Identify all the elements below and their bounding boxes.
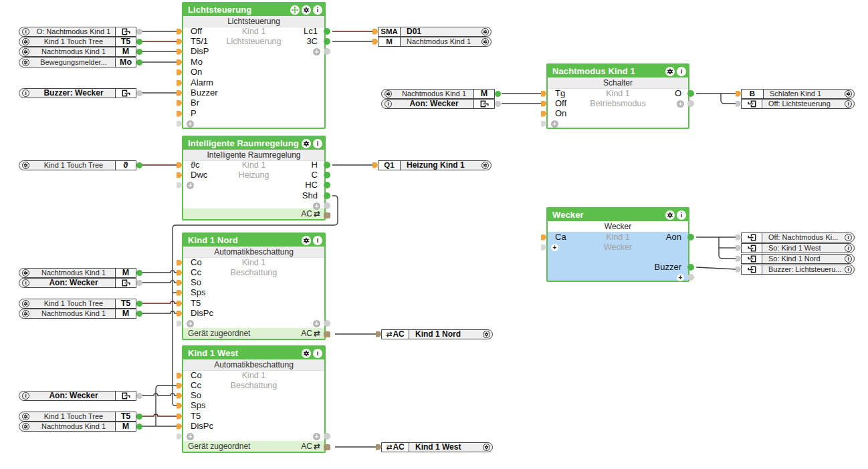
output-connector[interactable]: Buzzer: Lichtsteueru...i [741, 265, 855, 275]
output-port-nub[interactable] [687, 90, 694, 97]
gear-icon[interactable] [481, 38, 489, 45]
input-connector[interactable]: Nachtmodus Kind 1M [19, 309, 136, 319]
gear-icon[interactable] [385, 90, 392, 98]
input-connector[interactable]: iAon: Wecker [19, 391, 136, 401]
connector-nub[interactable] [736, 256, 742, 262]
connector-nub[interactable] [736, 245, 742, 251]
gear-icon[interactable] [481, 162, 489, 169]
gear-icon[interactable] [22, 310, 29, 317]
output-port-nub[interactable] [324, 162, 330, 168]
add-output-button[interactable]: + [313, 202, 320, 210]
ac-connector-nub[interactable] [324, 444, 330, 450]
info-icon[interactable]: i [22, 279, 29, 287]
add-input-button[interactable]: + [551, 244, 558, 251]
connector-nub[interactable] [136, 49, 142, 55]
gear-icon[interactable] [481, 28, 489, 35]
info-icon[interactable]: i [22, 90, 29, 97]
info-icon[interactable]: i [385, 100, 392, 108]
ac-connector-nub[interactable] [324, 331, 330, 337]
add-output-button[interactable]: + [313, 433, 320, 440]
input-connector[interactable]: Nachtmodus Kind 1M [381, 89, 495, 99]
info-icon[interactable]: i [313, 5, 322, 15]
info-icon[interactable]: i [313, 236, 322, 245]
connector-nub[interactable] [136, 39, 142, 45]
output-port-nub[interactable] [687, 100, 694, 107]
output-port-nub[interactable] [687, 234, 694, 241]
add-output-button[interactable]: + [313, 48, 320, 55]
input-connector[interactable]: Bewegungsmelder...Mo [19, 57, 136, 67]
connector-nub[interactable] [136, 301, 142, 307]
add-input-button[interactable]: + [187, 433, 194, 440]
ac-connector-nub[interactable] [324, 212, 330, 218]
output-connector[interactable]: BSchlafen Kind 1 [741, 89, 855, 99]
output-connector[interactable]: Off: Lichtsteuerungi [741, 99, 855, 109]
connector-nub[interactable] [136, 414, 142, 420]
info-icon[interactable]: i [677, 210, 686, 220]
gear-icon[interactable] [22, 38, 29, 45]
output-connector[interactable]: MNachtmodus Kind 1 [378, 37, 492, 47]
output-connector[interactable]: So: Kind 1 Westi [741, 243, 855, 253]
output-connector[interactable]: Off: Nachtmodus Ki...i [741, 232, 855, 243]
info-icon[interactable]: i [845, 255, 852, 263]
output-port-nub[interactable] [324, 48, 330, 55]
connector-nub[interactable] [136, 29, 142, 35]
input-connector[interactable]: Nachtmodus Kind 1M [19, 47, 136, 57]
gear-icon[interactable] [22, 413, 29, 420]
info-icon[interactable]: i [313, 139, 322, 148]
info-icon[interactable]: i [845, 266, 852, 273]
output-port-nub[interactable] [324, 202, 330, 209]
info-icon[interactable]: i [677, 67, 686, 76]
gear-icon[interactable] [22, 162, 29, 169]
gear-icon[interactable] [302, 349, 311, 358]
connector-nub[interactable] [736, 91, 742, 97]
connector-nub[interactable] [736, 101, 742, 107]
gear-icon[interactable] [665, 210, 675, 220]
connector-nub[interactable] [376, 444, 382, 450]
block-kind1west[interactable]: Kind 1 WestiAutomatikbeschattungGerät zu… [182, 345, 326, 453]
add-input-button[interactable]: + [187, 120, 194, 128]
output-port-nub[interactable] [687, 264, 694, 271]
gear-icon[interactable] [302, 139, 311, 148]
input-connector[interactable]: iBuzzer: Wecker [19, 88, 136, 98]
add-output-button[interactable]: + [677, 274, 684, 281]
connector-nub[interactable] [736, 267, 742, 273]
info-icon[interactable]: i [845, 100, 852, 108]
input-connector[interactable]: iO: Nachtmodus Kind 1 [19, 27, 136, 37]
connector-nub[interactable] [495, 91, 501, 97]
connector-nub[interactable] [136, 311, 142, 317]
input-connector[interactable]: Nachtmodus Kind 1M [19, 268, 136, 278]
add-input-button[interactable]: + [187, 182, 194, 189]
output-connector[interactable]: SMAD01 [378, 27, 492, 37]
connector-nub[interactable] [372, 29, 378, 35]
info-icon[interactable]: i [313, 349, 322, 358]
add-input-button[interactable]: + [187, 320, 194, 327]
gear-icon[interactable] [845, 90, 852, 98]
connector-nub[interactable] [136, 280, 142, 286]
connector-nub[interactable] [372, 162, 378, 168]
gear-icon[interactable] [302, 236, 311, 245]
gear-icon[interactable] [483, 331, 490, 338]
connector-nub[interactable] [495, 101, 501, 107]
gear-icon[interactable] [22, 269, 29, 277]
output-port-nub[interactable] [324, 172, 330, 178]
connector-nub[interactable] [136, 162, 142, 168]
output-port-nub[interactable] [687, 274, 694, 281]
info-icon[interactable]: i [845, 245, 852, 252]
connector-nub[interactable] [376, 331, 382, 337]
input-connector[interactable]: Kind 1 Touch TreeT5 [19, 37, 136, 47]
connector-nub[interactable] [136, 90, 142, 96]
output-port-nub[interactable] [324, 38, 330, 45]
move-icon[interactable] [290, 5, 300, 15]
connector-nub[interactable] [136, 424, 142, 430]
output-port-nub[interactable] [324, 320, 330, 327]
gear-icon[interactable] [302, 5, 311, 15]
gear-icon[interactable] [483, 444, 490, 451]
gear-icon[interactable] [22, 423, 29, 430]
gear-icon[interactable] [22, 300, 29, 307]
input-connector[interactable]: Kind 1 Touch TreeT5 [19, 412, 136, 422]
input-connector[interactable]: iAon: Wecker [381, 99, 495, 109]
output-port-nub[interactable] [324, 192, 330, 199]
connector-nub[interactable] [136, 393, 142, 399]
block-kind1nord[interactable]: Kind 1 NordiAutomatikbeschattungGerät zu… [182, 232, 326, 340]
input-connector[interactable]: Kind 1 Touch TreeT5 [19, 299, 136, 309]
